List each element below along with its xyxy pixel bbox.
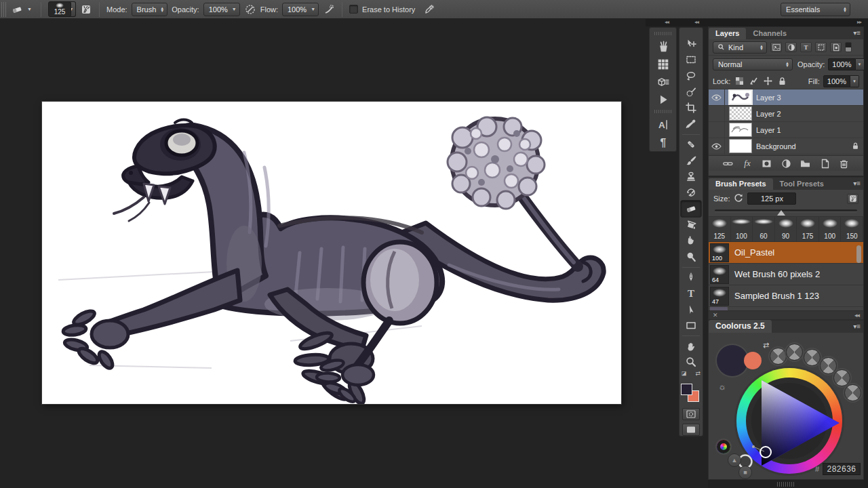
tab-coolorus[interactable]: Coolorus 2.5	[709, 320, 772, 333]
delete-layer-icon[interactable]	[837, 157, 851, 169]
tab-tool-presets[interactable]: Tool Presets	[773, 178, 831, 190]
link-layers-icon[interactable]	[722, 157, 735, 169]
rectangle-tool[interactable]	[681, 317, 701, 333]
brush-tool[interactable]	[681, 152, 701, 169]
layer-thumbnail[interactable]	[730, 91, 751, 104]
preset-row-sampled-brush-1-123[interactable]: 47Sampled Brush 1 123	[709, 285, 863, 307]
smudge-tool[interactable]	[681, 232, 701, 249]
foreground-color[interactable]	[681, 384, 692, 395]
dock-gripper[interactable]	[654, 110, 672, 113]
eyedropper-tool[interactable]	[681, 116, 701, 132]
hex-value-field[interactable]: 282636	[823, 463, 861, 475]
lock-all-icon[interactable]	[776, 76, 787, 87]
document-canvas[interactable]	[42, 102, 621, 404]
lasso-tool[interactable]	[681, 68, 701, 84]
brush-presets-panel-icon[interactable]	[652, 38, 674, 56]
quick-mask-button[interactable]	[682, 408, 700, 420]
rectangular-marquee-tool[interactable]	[681, 52, 701, 68]
layer-row-background[interactable]: Background	[709, 138, 863, 155]
layer-row-layer-3[interactable]: Layer 3	[709, 89, 863, 106]
spot-healing-tool[interactable]	[681, 137, 701, 153]
layer-thumbnail[interactable]	[730, 140, 751, 152]
visibility-eye-icon[interactable]	[709, 138, 725, 155]
actions-panel-icon[interactable]	[652, 91, 674, 108]
collapse-toolbar-icon[interactable]: ◂◂	[694, 19, 698, 25]
crop-tool[interactable]	[681, 100, 701, 116]
panel-resize-strip[interactable]	[708, 480, 864, 488]
scrollbar-thumb[interactable]	[856, 245, 861, 263]
lock-pixels-icon[interactable]	[748, 76, 759, 87]
panel-menu-icon[interactable]: ▾≡	[853, 323, 861, 330]
square-mode-button[interactable]: ■	[738, 466, 752, 479]
tablet-opacity-icon[interactable]	[244, 3, 256, 16]
tab-brush-presets[interactable]: Brush Presets	[709, 178, 773, 190]
expand-panels-icon[interactable]: ▸▸	[857, 19, 861, 25]
default-and-swap-colors[interactable]: ◪⇄	[681, 370, 701, 380]
type-tool[interactable]: T	[681, 285, 701, 302]
triangle-mode-button[interactable]: ▲	[728, 453, 741, 467]
brush-pressure-icon[interactable]	[423, 3, 435, 16]
brush-preset-cell[interactable]: 150	[841, 217, 863, 241]
move-tool[interactable]	[681, 36, 701, 52]
filter-adjustment-layers-icon[interactable]	[785, 42, 797, 52]
workspace-select[interactable]: Essentials ▲▼	[781, 3, 850, 16]
options-bar-gripper[interactable]	[1, 2, 7, 17]
brush-preset-cell[interactable]: 175	[797, 217, 819, 241]
mode-select[interactable]: Brush ▲▼	[132, 3, 168, 16]
adjustment-layer-icon[interactable]	[779, 157, 793, 169]
brush-panel-toggle-icon[interactable]	[847, 194, 859, 204]
swatches-panel-icon[interactable]	[652, 56, 674, 73]
opacity-select[interactable]: 100% ▼	[203, 3, 240, 16]
kind-filter-select[interactable]: Kind ▲▼	[713, 41, 767, 54]
quick-selection-tool[interactable]	[681, 84, 701, 100]
panel-menu-icon[interactable]: ▾≡	[853, 29, 861, 37]
layer-thumbnail[interactable]	[730, 123, 751, 136]
brush-size-widget[interactable]: 125 ▼	[48, 1, 76, 17]
filter-toggle-switch[interactable]	[845, 42, 852, 52]
zoom-tool[interactable]	[681, 354, 701, 371]
toggle-brush-panel-icon[interactable]	[80, 3, 92, 16]
collapse-icon-dock-icon[interactable]: ◂◂	[665, 19, 669, 25]
add-layer-mask-icon[interactable]	[760, 157, 774, 169]
new-layer-icon[interactable]	[818, 157, 831, 169]
layer-style-icon[interactable]: fx	[741, 157, 754, 169]
layer-row-layer-1[interactable]: Layer 1	[709, 122, 863, 138]
panel-menu-icon[interactable]: ▾≡	[853, 180, 861, 187]
history-brush-tool[interactable]	[681, 184, 701, 201]
layer-thumbnail[interactable]	[730, 107, 751, 120]
screen-mode-button[interactable]	[682, 424, 700, 436]
clone-stamp-tool[interactable]	[681, 169, 701, 185]
eraser-tool[interactable]	[681, 201, 701, 217]
filter-pixel-layers-icon[interactable]	[770, 42, 782, 52]
layer-opacity-control[interactable]: 100% ▼	[828, 58, 864, 70]
visibility-toggle-empty[interactable]	[709, 122, 725, 138]
pen-tool[interactable]	[681, 270, 701, 286]
close-icon[interactable]: ✕	[713, 312, 718, 319]
path-selection-tool[interactable]	[681, 302, 701, 318]
layer-row-layer-2[interactable]: Layer 2	[709, 106, 863, 122]
collapse-icon[interactable]: ◂◂	[854, 312, 859, 319]
slider-thumb[interactable]	[777, 210, 785, 216]
visibility-eye-icon[interactable]	[709, 89, 725, 106]
filter-smart-objects-icon[interactable]	[830, 42, 842, 52]
reset-size-icon[interactable]	[734, 193, 743, 204]
dodge-tool[interactable]	[681, 249, 701, 265]
brush-size-field[interactable]: 125 px	[747, 192, 796, 205]
eraser-tool-icon[interactable]	[11, 3, 23, 16]
preset-row-wet-brush-60-pixels-2[interactable]: 64Wet Brush 60 pixels 2	[709, 264, 863, 285]
new-group-icon[interactable]	[799, 157, 812, 169]
brush-preset-cell[interactable]: 125	[709, 217, 731, 241]
fill-control[interactable]: 100% ▼	[823, 75, 859, 87]
paragraph-panel-icon[interactable]: ¶	[652, 134, 674, 151]
filter-shape-layers-icon[interactable]	[815, 42, 827, 52]
brush-preset-cell[interactable]: 90	[775, 217, 797, 241]
styles-panel-icon[interactable]	[652, 73, 674, 91]
lock-position-icon[interactable]	[762, 76, 773, 87]
gradient-tool[interactable]	[681, 217, 701, 233]
character-panel-icon[interactable]: A	[652, 116, 674, 134]
flow-select[interactable]: 100% ▼	[282, 3, 319, 16]
airbrush-icon[interactable]	[323, 3, 335, 16]
down-caret-icon[interactable]: ▼	[856, 58, 865, 70]
preset-row-oil-pastel[interactable]: 100Oil_Pastel	[709, 242, 863, 264]
down-caret-icon[interactable]: ▼	[850, 75, 859, 87]
